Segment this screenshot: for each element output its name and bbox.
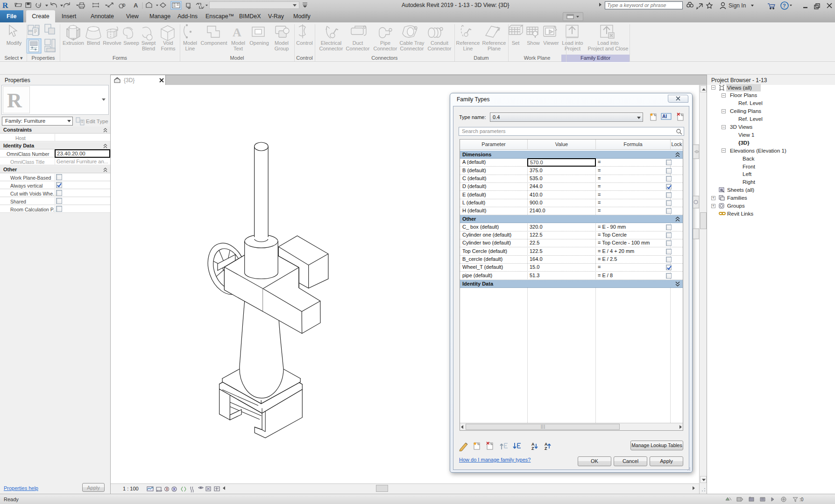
svg-text:?: ? <box>783 3 786 8</box>
svg-text:Sign In: Sign In <box>729 2 746 9</box>
svg-text:Z: Z <box>531 446 534 451</box>
svg-text:A: A <box>233 26 241 39</box>
svg-text::0: :0 <box>800 497 804 502</box>
svg-text:AI: AI <box>662 114 667 119</box>
svg-text:R: R <box>2 1 8 10</box>
svg-text:A: A <box>134 2 138 9</box>
svg-text:1: 1 <box>123 4 125 7</box>
svg-text:Z: Z <box>545 446 547 451</box>
svg-text:R: R <box>7 89 22 112</box>
